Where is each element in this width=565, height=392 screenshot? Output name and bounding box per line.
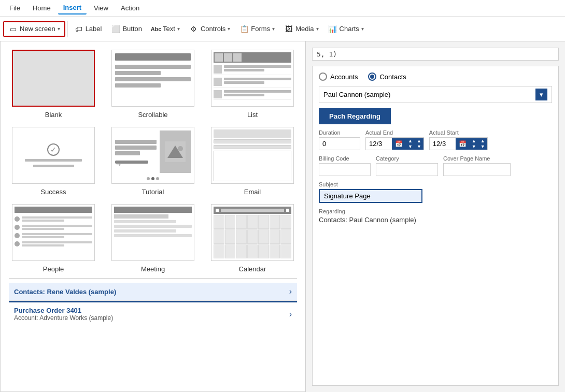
select-dropdown-btn[interactable]: ▾ [535,89,547,100]
form-row-1: Duration Actual End 📅 ▲ ▼ ▲ ▼ [319,129,552,150]
screen-type-calendar[interactable]: Calendar [208,204,297,273]
text-button[interactable]: Abc Text ▾ [147,22,184,36]
people-line-2 [22,220,64,222]
cal-cell-18 [247,244,258,258]
label-button[interactable]: 🏷 Label [70,22,106,36]
subject-input[interactable] [319,189,422,203]
list-row-lines-2 [224,78,291,84]
actual-end-up[interactable]: ▲ [406,138,415,144]
charts-button[interactable]: 📊 Charts ▾ [324,22,368,36]
people-lines-2 [22,225,92,230]
list-row-lines [224,65,291,71]
screen-type-email[interactable]: Email [208,127,297,196]
forms-chevron: ▾ [272,26,275,32]
calendar-thumb-content [211,205,293,260]
actual-start-up[interactable]: ▲ [470,138,478,144]
label-btn-label: Label [86,25,102,33]
category-label: Category [376,155,438,162]
cal-cell-6 [270,215,280,229]
menu-home[interactable]: Home [27,2,56,14]
list-item-chevron-0: › [289,287,292,296]
actual-start-down-2[interactable]: ▼ [478,144,487,150]
cover-page-name-label: Cover Page Name [443,155,511,162]
actual-end-field: Actual End 📅 ▲ ▼ ▲ ▼ [365,129,424,150]
screen-type-success[interactable]: ✓ Success [9,127,98,196]
actual-start-down[interactable]: ▼ [470,144,478,150]
actual-end-date-field: 📅 ▲ ▼ ▲ ▼ [365,137,424,150]
list-header-img-2 [224,53,232,62]
menu-view[interactable]: View [89,2,114,14]
form-row-2: Billing Code Category Cover Page Name [319,155,552,176]
menu-file[interactable]: File [4,2,25,14]
button-button[interactable]: ⬜ Button [107,22,146,36]
actual-end-input[interactable] [366,138,392,150]
people-lines-4 [22,241,92,246]
screen-type-list[interactable]: List [208,50,297,119]
forms-button[interactable]: 📋 Forms ▾ [235,22,279,36]
duration-label: Duration [319,129,360,136]
actual-start-calendar-icon[interactable]: 📅 [456,138,470,150]
menu-action[interactable]: Action [116,2,145,14]
meeting-thumb-content [112,205,194,260]
radio-group: Accounts Contacts [319,72,552,81]
email-header [214,129,291,138]
screen-type-blank[interactable]: Blank [9,50,98,119]
cal-cell-9 [225,229,236,243]
actual-end-down[interactable]: ▼ [406,144,415,150]
tut-arrow: → [115,161,148,164]
list-thumb [211,50,294,107]
tutorial-thumb-content: → [112,127,194,183]
cal-cell-15 [214,244,224,258]
scrollable-row-2 [115,71,161,75]
tutorial-dots [115,175,191,180]
list-header-img-3 [233,53,242,62]
media-button[interactable]: 🖼 Media ▾ [280,22,322,36]
actual-start-input[interactable] [430,138,456,150]
list-item-content-1: Purchase Order 3401 Account: Adventure W… [14,307,285,322]
screen-type-meeting[interactable]: Meeting [108,204,197,273]
list-items-section: Contacts: Rene Valdes (sample) › Purchas… [9,278,297,326]
blank-label: Blank [45,111,62,119]
new-screen-label: New screen [20,25,55,33]
success-label: Success [40,188,66,196]
actual-end-up-2[interactable]: ▲ [415,138,423,144]
category-input[interactable] [376,163,438,176]
list-item-1[interactable]: Purchase Order 3401 Account: Adventure W… [9,301,297,326]
new-screen-button[interactable]: ▭ New screen ▾ [3,21,65,37]
select-box[interactable]: Paul Cannon (sample) ▾ [319,86,552,103]
regarding-text: Contacts: Paul Cannon (sample) [319,216,552,224]
email-thumb [211,127,294,184]
patch-button[interactable]: Pach Regarding [319,108,391,124]
forms-btn-label: Forms [251,25,270,33]
duration-input[interactable] [319,137,360,150]
meeting-label: Meeting [141,265,165,273]
cover-page-name-field: Cover Page Name [443,155,511,176]
scrollable-label: Scrollable [138,111,167,119]
people-thumb-content [12,205,94,260]
radio-contacts[interactable]: Contacts [368,72,406,81]
actual-end-spinner-2: ▲ ▼ [415,138,423,150]
screen-type-scrollable[interactable]: Scrollable [108,50,197,119]
charts-chevron: ▾ [361,26,364,32]
controls-icon: ⚙ [189,24,199,34]
list-item-0[interactable]: Contacts: Rene Valdes (sample) › [9,283,297,301]
actual-start-up-2[interactable]: ▲ [478,138,487,144]
billing-code-label: Billing Code [319,155,371,162]
screen-type-tutorial[interactable]: → [108,127,197,196]
people-row-2 [15,224,92,231]
menu-insert[interactable]: Insert [58,2,87,14]
ribbon-sep-1 [67,21,68,37]
screen-type-people[interactable]: People [9,204,98,273]
list-line-5 [224,90,291,93]
actual-end-down-2[interactable]: ▼ [415,144,423,150]
cover-page-name-input[interactable] [443,163,511,176]
tutorial-thumb: → [111,127,194,184]
controls-button[interactable]: ⚙ Controls ▾ [185,22,234,36]
radio-accounts[interactable]: Accounts [319,72,358,81]
billing-code-input[interactable] [319,163,371,176]
people-dot-4 [15,241,20,246]
app-canvas: Accounts Contacts Paul Cannon (sample) ▾… [312,66,559,386]
email-row-2 [214,145,291,149]
scrollable-thumb [111,50,194,107]
actual-end-calendar-icon[interactable]: 📅 [392,138,406,150]
